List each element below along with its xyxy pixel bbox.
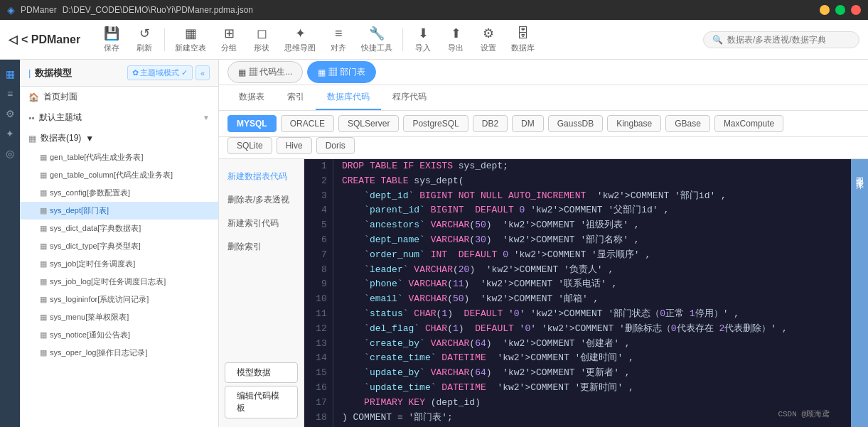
db-tab-gaussdb[interactable]: GaussDB	[548, 115, 603, 132]
table-label: sys_menu[菜单权限表]	[50, 312, 129, 323]
table-item-sys-notice[interactable]: ▦ sys_notice[通知公告表]	[20, 326, 218, 344]
refresh-button[interactable]: ↺ 刷新	[129, 24, 160, 55]
code-editor[interactable]: 1DROP TABLE IF EXISTS sys_dept;2CREATE T…	[304, 159, 851, 427]
new-table-code-link[interactable]: 新建数据表代码	[219, 165, 304, 188]
content-area: ▦ ▦ 代码生... ▦ ▦ 部门表 数据表 索引 数据库代码 程序代码 MYS…	[219, 60, 868, 427]
rail-data-model-icon[interactable]: ▦	[1, 65, 18, 82]
table-item-sys-job[interactable]: ▦ sys_job[定时任务调度表]	[20, 255, 218, 273]
brand-back[interactable]: ◁ < PDManer	[9, 33, 80, 46]
table-item-sys-dept[interactable]: ▦ sys_dept[部门表]	[20, 202, 218, 220]
db-tab-kingbase[interactable]: Kingbase	[607, 115, 661, 132]
split-label: 分组	[221, 43, 237, 53]
table-item-gen-table-col[interactable]: ▦ gen_table_column[代码生成业务表]	[20, 166, 218, 184]
code-lines-table: 1DROP TABLE IF EXISTS sys_dept;2CREATE T…	[304, 159, 851, 427]
sidebar-item-home[interactable]: 🏠 首页封面	[20, 87, 218, 107]
settings-button[interactable]: ⚙ 设置	[473, 24, 504, 55]
table-item-sys-logininfor[interactable]: ▦ sys_logininfor[系统访问记录]	[20, 291, 218, 308]
db-tab-doris[interactable]: Doris	[316, 137, 355, 154]
tools-button[interactable]: 🔧 快捷工具	[355, 24, 398, 55]
back-arrow-icon: ◁	[9, 33, 17, 46]
db-tab-postgresql[interactable]: PostgreSQL	[403, 115, 468, 132]
sidebar-item-domain[interactable]: ▪▪ 默认主题域 ▼	[20, 107, 218, 128]
minimize-button[interactable]	[820, 5, 830, 15]
export-button[interactable]: ⬆ 导出	[440, 24, 471, 55]
table-row: 17 PRIMARY KEY (dept_id)	[304, 396, 851, 411]
tab-codegen[interactable]: ▦ ▦ 代码生...	[227, 61, 303, 83]
sidebar-header-actions: ✿ 主题域模式 ✓ «	[127, 65, 210, 80]
left-icon-rail: ▦ ≡ ⚙ ✦ ◎	[0, 60, 20, 427]
edit-template-button[interactable]: 编辑代码模板	[225, 386, 298, 418]
tab-db-code[interactable]: 数据库代码	[316, 85, 381, 110]
table-label: sys_dict_type[字典类型表]	[50, 241, 141, 252]
new-index-item[interactable]: 新建索引代码	[219, 212, 304, 235]
rail-entity-icon[interactable]: ≡	[1, 85, 18, 102]
model-data-button[interactable]: 模型数据	[225, 362, 298, 383]
delete-index-item[interactable]: 删除索引	[219, 235, 304, 259]
db-tab-gbase[interactable]: GBase	[665, 115, 710, 132]
table-row: 1DROP TABLE IF EXISTS sys_dept;	[304, 159, 851, 174]
toolbar-separator-1	[164, 28, 165, 51]
table-row: 13 `create_by` VARCHAR(64) 'kw2'>COMMENT…	[304, 337, 851, 352]
save-button[interactable]: 💾 保存	[96, 24, 127, 55]
close-button[interactable]	[851, 5, 861, 15]
table-label: sys_config[参数配置表]	[50, 188, 130, 198]
table-row: 6 `dept_name` VARCHAR(30) 'kw2'>COMMENT …	[304, 233, 851, 248]
table-item-sys-dict-data[interactable]: ▦ sys_dict_data[字典数据表]	[20, 220, 218, 237]
db-tab-dm[interactable]: DM	[512, 115, 544, 132]
mindmap-icon: ✦	[295, 26, 306, 41]
db-tab-maxcompute[interactable]: MaxCompute	[714, 115, 783, 132]
maximize-button[interactable]	[835, 5, 845, 15]
tab-data-table[interactable]: 数据表	[227, 85, 276, 110]
delete-view-item[interactable]: 删除表/多表透视	[219, 188, 304, 212]
table-icon: ▦	[40, 295, 47, 304]
db-tab-oracle[interactable]: ORACLE	[281, 115, 334, 132]
mindmap-button[interactable]: ✦ 思维导图	[279, 24, 321, 55]
sidebar-home-label: 首页封面	[43, 91, 77, 103]
align-button[interactable]: ≡ 对齐	[323, 24, 354, 55]
collapse-sidebar-button[interactable]: «	[195, 65, 210, 80]
tab-proc-code[interactable]: 程序代码	[381, 85, 438, 110]
rail-codegen-icon[interactable]: ✦	[1, 125, 18, 142]
table-item-sys-dict-type[interactable]: ▦ sys_dict_type[字典类型表]	[20, 237, 218, 255]
refresh-icon: ↺	[139, 26, 150, 41]
db-tab-mysql[interactable]: MYSQL	[227, 115, 277, 132]
sidebar-header-title: 数据模型	[35, 67, 122, 80]
new-table-button[interactable]: ▦ 新建空表	[169, 24, 212, 55]
db-tab-sqlite[interactable]: SQLite	[227, 137, 272, 154]
rail-config-icon[interactable]: ⚙	[1, 105, 18, 122]
search-box[interactable]: 🔍	[703, 31, 859, 48]
search-input[interactable]	[727, 35, 850, 45]
bottom-button-area: 模型数据 编辑代码模板	[219, 360, 304, 421]
table-label: sys_logininfor[系统访问记录]	[50, 294, 149, 305]
table-item-sys-oper-log[interactable]: ▦ sys_oper_log[操作日志记录]	[20, 344, 218, 362]
title-bar: ◈ PDManer D:\DEV_CODE\DEMO\RuoYi\PDManer…	[0, 0, 868, 20]
tab-dept[interactable]: ▦ ▦ 部门表	[307, 61, 375, 83]
theme-mode-button[interactable]: ✿ 主题域模式 ✓	[127, 65, 193, 80]
theme-icon: ✿	[132, 68, 139, 77]
table-label: sys_dept[部门表]	[50, 205, 109, 216]
new-table-icon: ▦	[185, 26, 197, 41]
table-item-sys-menu[interactable]: ▦ sys_menu[菜单权限表]	[20, 308, 218, 326]
import-icon: ⬇	[418, 26, 429, 41]
tables-icon: ▦	[28, 134, 36, 144]
sidebar-header-icon: |	[28, 67, 31, 78]
split-button[interactable]: ⊞ 分组	[213, 24, 245, 55]
table-item-gen-table[interactable]: ▦ gen_table[代码生成业务表]	[20, 148, 218, 166]
db-tab-sqlserver[interactable]: SQLServer	[338, 115, 399, 132]
shape-button[interactable]: ◻ 形状	[246, 24, 277, 55]
settings-label: 设置	[481, 43, 496, 53]
tab-index[interactable]: 索引	[276, 85, 316, 110]
db-tab-hive[interactable]: Hive	[277, 137, 312, 154]
table-label: sys_job_log[定时任务调度日志表]	[50, 276, 166, 287]
shape-icon: ◻	[257, 26, 267, 41]
database-button[interactable]: 🗄 数据库	[505, 24, 540, 55]
table-item-sys-job-log[interactable]: ▦ sys_job_log[定时任务调度日志表]	[20, 273, 218, 291]
search-icon: 🔍	[712, 35, 723, 45]
db-tab-db2[interactable]: DB2	[473, 115, 508, 132]
table-item-sys-config[interactable]: ▦ sys_config[参数配置表]	[20, 184, 218, 202]
table-row: 4 `parent_id` BIGINT DEFAULT 0 'kw2'>COM…	[304, 203, 851, 218]
right-rail-text[interactable]: 图字段库	[852, 165, 868, 182]
rail-version-icon[interactable]: ◎	[1, 145, 18, 162]
import-button[interactable]: ⬇ 导入	[407, 24, 439, 55]
sidebar-tables-section[interactable]: ▦ 数据表(19) ▼	[20, 128, 218, 148]
